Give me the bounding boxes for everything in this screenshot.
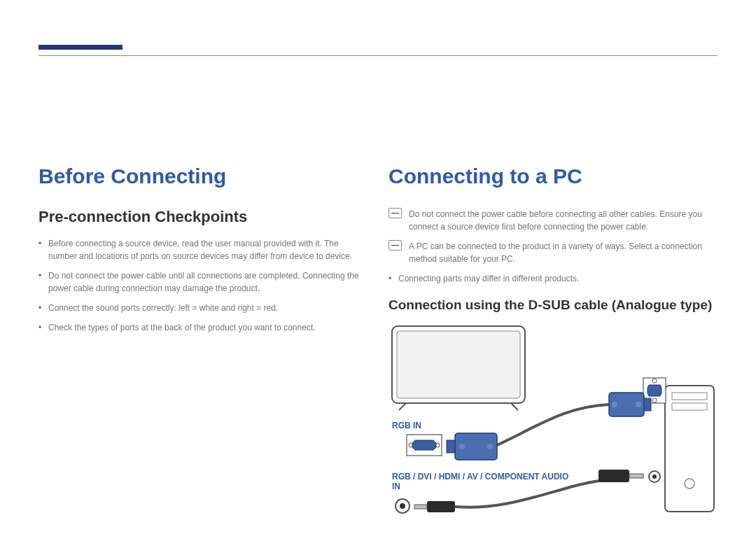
content-columns: Before Connecting Pre-connection Checkpo… — [38, 164, 718, 526]
header-rule — [38, 28, 718, 56]
heading-before-connecting: Before Connecting — [38, 164, 360, 188]
svg-rect-24 — [427, 501, 455, 512]
right-bullets: Connecting parts may differ in different… — [388, 272, 718, 285]
svg-point-13 — [612, 402, 617, 407]
subheading-dsub: Connection using the D-SUB cable (Analog… — [388, 297, 718, 313]
note-item: ― Do not connect the power cable before … — [388, 208, 718, 233]
hint-icon: ― — [388, 208, 402, 218]
note-text: Do not connect the power cable before co… — [409, 208, 718, 233]
svg-line-2 — [399, 403, 406, 410]
svg-rect-1 — [397, 331, 520, 398]
right-column: Connecting to a PC ― Do not connect the … — [388, 164, 718, 526]
subheading-checkpoints: Pre-connection Checkpoints — [38, 208, 360, 226]
svg-rect-6 — [672, 403, 707, 410]
hint-icon: ― — [388, 240, 402, 251]
svg-line-3 — [511, 403, 518, 410]
svg-point-23 — [400, 503, 405, 509]
diagram-svg — [388, 323, 718, 526]
svg-rect-27 — [629, 474, 643, 478]
note-item: ― A PC can be connected to the product i… — [388, 240, 718, 265]
header-accent-bar — [38, 45, 122, 50]
list-item: Connecting parts may differ in different… — [388, 272, 718, 285]
svg-rect-26 — [598, 470, 629, 482]
note-text: A PC can be connected to the product in … — [409, 240, 718, 265]
svg-rect-25 — [414, 505, 427, 509]
svg-rect-16 — [447, 440, 455, 453]
svg-point-14 — [636, 402, 641, 407]
svg-point-18 — [487, 444, 493, 449]
list-item: Do not connect the power cable until all… — [38, 269, 360, 295]
svg-rect-5 — [672, 393, 707, 400]
svg-point-17 — [459, 444, 465, 449]
heading-connecting-pc: Connecting to a PC — [388, 164, 718, 188]
svg-point-29 — [652, 475, 657, 479]
svg-point-7 — [685, 479, 694, 489]
list-item: Check the types of ports at the back of … — [38, 321, 360, 334]
list-item: Before connecting a source device, read … — [38, 237, 360, 262]
svg-rect-12 — [644, 398, 651, 411]
list-item: Connect the sound ports correctly: left … — [38, 302, 360, 314]
left-column: Before Connecting Pre-connection Checkpo… — [38, 164, 360, 526]
connection-diagram — [388, 323, 718, 526]
checkpoints-list: Before connecting a source device, read … — [38, 237, 360, 334]
